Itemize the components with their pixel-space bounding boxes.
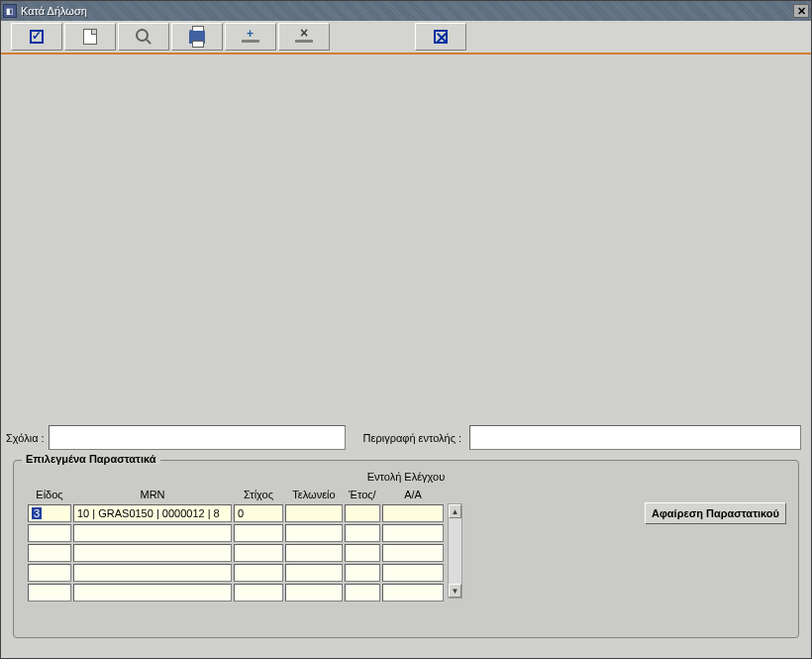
cell-year[interactable] — [345, 524, 380, 542]
confirm-button[interactable] — [11, 23, 62, 51]
cell-type[interactable] — [28, 524, 71, 542]
app-icon: ◧ — [3, 4, 17, 18]
col-header-aa: Α/Α — [382, 487, 444, 502]
content-area: Σχόλια : Περιγραφή εντολής : Επιλεγμένα … — [1, 55, 811, 658]
cell-year[interactable] — [345, 584, 380, 602]
group-content: Είδος MRN Στίχος Τελωνείο Έτος/ Α/Α 3 — [26, 485, 786, 604]
col-header-type: Είδος — [28, 487, 71, 502]
col-header-year: Έτος/ — [345, 487, 380, 502]
desc-label: Περιγραφή εντολής : — [363, 432, 462, 444]
documents-table: Είδος MRN Στίχος Τελωνείο Έτος/ Α/Α 3 — [26, 485, 446, 604]
titlebar-left: ◧ Κατά Δήλωση — [3, 4, 87, 18]
cell-year[interactable] — [345, 504, 380, 522]
table-wrap: Είδος MRN Στίχος Τελωνείο Έτος/ Α/Α 3 — [26, 485, 462, 604]
delete-row-button[interactable] — [278, 23, 330, 51]
col-header-office: Τελωνείο — [285, 487, 343, 502]
scroll-track[interactable] — [449, 518, 461, 584]
cell-office[interactable] — [285, 524, 343, 542]
cell-mrn[interactable] — [73, 584, 232, 602]
cell-type[interactable] — [28, 564, 71, 582]
window-close-button[interactable]: ✕ — [793, 4, 809, 18]
chevron-down-icon: ▼ — [452, 587, 459, 596]
cell-office[interactable] — [285, 504, 343, 522]
delete-row-icon — [295, 31, 313, 43]
table-row[interactable] — [28, 524, 444, 542]
cell-mrn[interactable] — [73, 564, 232, 582]
print-icon — [189, 30, 205, 44]
selected-value: 3 — [32, 507, 42, 519]
table-row[interactable] — [28, 584, 444, 602]
comments-input[interactable] — [49, 425, 346, 450]
form-row: Σχόλια : Περιγραφή εντολής : — [6, 425, 801, 450]
cell-aa[interactable] — [382, 524, 444, 542]
cell-aa[interactable] — [382, 504, 444, 522]
search-icon — [136, 29, 152, 45]
window-title: Κατά Δήλωση — [21, 5, 87, 17]
close-button[interactable] — [415, 23, 466, 51]
scroll-down-button[interactable]: ▼ — [449, 584, 461, 598]
remove-document-button[interactable]: Αφαίρεση Παραστατικού — [645, 502, 786, 524]
add-row-icon — [242, 31, 259, 43]
cell-type[interactable]: 3 — [28, 504, 71, 522]
cell-type[interactable] — [28, 544, 71, 562]
cell-mrn[interactable] — [73, 544, 232, 562]
cell-line[interactable]: 0 — [234, 504, 283, 522]
group-title: Επιλεγμένα Παραστατικά — [22, 453, 160, 465]
group-subtitle: Εντολή Ελέγχου — [26, 471, 786, 483]
cell-aa[interactable] — [382, 584, 444, 602]
table-row[interactable]: 3 10 | GRAS0150 | 0000012 | 8 0 — [28, 504, 444, 522]
new-document-icon — [83, 29, 97, 45]
cell-year[interactable] — [345, 544, 380, 562]
cell-mrn[interactable]: 10 | GRAS0150 | 0000012 | 8 — [73, 504, 232, 522]
cell-year[interactable] — [345, 564, 380, 582]
search-button[interactable] — [118, 23, 169, 51]
chevron-up-icon: ▲ — [452, 507, 459, 516]
check-icon — [30, 30, 44, 44]
toolbar — [1, 21, 811, 55]
add-row-button[interactable] — [225, 23, 276, 51]
cell-type[interactable] — [28, 584, 71, 602]
table-row[interactable] — [28, 544, 444, 562]
table-row[interactable] — [28, 564, 444, 582]
close-x-icon — [434, 30, 448, 44]
cell-line[interactable] — [234, 524, 283, 542]
selected-documents-group: Επιλεγμένα Παραστατικά Εντολή Ελέγχου Εί… — [13, 460, 799, 638]
cell-mrn[interactable] — [73, 524, 232, 542]
cell-office[interactable] — [285, 564, 343, 582]
cell-aa[interactable] — [382, 564, 444, 582]
comments-label: Σχόλια : — [6, 432, 45, 444]
table-header-row: Είδος MRN Στίχος Τελωνείο Έτος/ Α/Α — [28, 487, 444, 502]
print-button[interactable] — [171, 23, 223, 51]
new-button[interactable] — [64, 23, 116, 51]
scroll-up-button[interactable]: ▲ — [449, 504, 461, 518]
cell-aa[interactable] — [382, 544, 444, 562]
cell-office[interactable] — [285, 584, 343, 602]
col-header-line: Στίχος — [234, 487, 283, 502]
cell-line[interactable] — [234, 544, 283, 562]
close-icon: ✕ — [797, 5, 806, 18]
window: ◧ Κατά Δήλωση ✕ Σχόλια — [0, 0, 812, 659]
col-header-mrn: MRN — [73, 487, 232, 502]
cell-office[interactable] — [285, 544, 343, 562]
titlebar: ◧ Κατά Δήλωση ✕ — [1, 1, 811, 21]
table-scrollbar[interactable]: ▲ ▼ — [448, 503, 462, 599]
cell-line[interactable] — [234, 584, 283, 602]
desc-input[interactable] — [469, 425, 801, 450]
cell-line[interactable] — [234, 564, 283, 582]
